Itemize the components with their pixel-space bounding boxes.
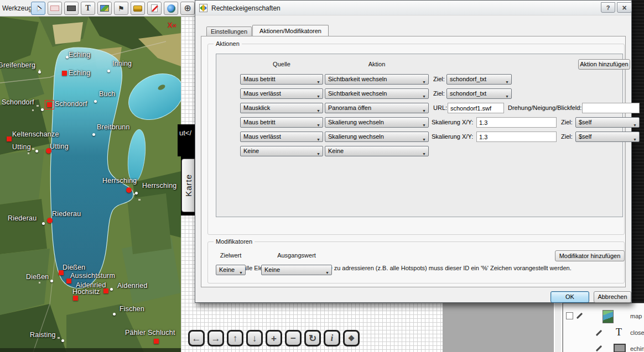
- map-label: Raisting: [30, 331, 56, 339]
- map-icon: [100, 5, 109, 12]
- pan-left-button[interactable]: ←: [188, 330, 205, 346]
- tree-row-echin[interactable]: echin: [563, 343, 644, 352]
- source-select[interactable]: Maus betritt: [240, 117, 323, 128]
- map-label: Herrsching: [102, 177, 137, 185]
- poi-dot-marker: [35, 150, 38, 153]
- poi-dot-marker: [42, 222, 45, 225]
- map-viewport[interactable]: EchingGreifenbergInningEchingBuchSchondo…: [0, 17, 181, 352]
- combo-value: Sichtbarkeit wechseln: [328, 76, 387, 82]
- close-button[interactable]: ×: [617, 2, 632, 13]
- fullscreen-button[interactable]: ❖: [343, 330, 360, 346]
- action-select[interactable]: Sichtbarkeit wechseln: [325, 74, 429, 85]
- hotspot-marker[interactable]: [73, 296, 78, 301]
- action-select[interactable]: Skalierung wechseln: [325, 132, 429, 142]
- source-select[interactable]: Maus verlässt: [240, 132, 323, 142]
- modifier-initial-select[interactable]: Keine: [261, 265, 332, 275]
- source-select[interactable]: Mausklick: [240, 103, 323, 113]
- hotspot-marker[interactable]: [7, 136, 12, 141]
- poi-dot-marker: [110, 288, 113, 291]
- select-tool-button[interactable]: ➤: [31, 2, 45, 15]
- rectangle-tool-button[interactable]: [48, 2, 62, 15]
- pan-tilt-fov-input[interactable]: [582, 103, 640, 113]
- dialog-title: Rechteckeigenschaften: [211, 4, 281, 12]
- web-tool-button[interactable]: [164, 2, 178, 15]
- scale-label: Skalierung X/Y:: [432, 133, 473, 140]
- pan-right-button[interactable]: →: [207, 330, 224, 346]
- action-select[interactable]: Sichtbarkeit wechseln: [325, 88, 429, 99]
- combo-value: schondorf_txt: [450, 90, 486, 97]
- text-icon: T: [85, 4, 90, 13]
- col-header-ausgangswert: Ausgangswert: [261, 252, 332, 259]
- map-tool-button[interactable]: [97, 2, 112, 15]
- map-label: Riederau: [8, 214, 37, 222]
- map-label: Utting: [12, 143, 31, 151]
- note-tool-button[interactable]: [147, 2, 162, 15]
- source-select[interactable]: Maus verlässt: [240, 88, 323, 99]
- map-label: Riederau: [52, 210, 81, 218]
- map-label: Eching: [69, 69, 90, 77]
- target-tool-button[interactable]: ⊕: [180, 2, 195, 15]
- tree-row-label: map ( 12: [630, 313, 644, 319]
- text-element-icon: T: [616, 327, 622, 338]
- sms-tool-button[interactable]: [131, 2, 145, 15]
- hotspot-marker[interactable]: [62, 71, 67, 76]
- action-select[interactable]: Panorama öffen: [325, 103, 429, 113]
- scale-input[interactable]: [476, 132, 557, 142]
- tree-row-close[interactable]: T close: [563, 327, 644, 341]
- target-select[interactable]: schondorf_txt: [446, 88, 512, 99]
- col-header-aktion: Aktion: [325, 61, 429, 67]
- target-select[interactable]: $self: [575, 132, 640, 142]
- hotspot-marker[interactable]: [47, 218, 53, 223]
- add-modifier-button[interactable]: Modifikator hinzufügen: [555, 250, 625, 261]
- poi-flag-tool-button[interactable]: ⚑: [114, 2, 128, 15]
- toolbar-label: Werkzeug:: [2, 4, 34, 12]
- edit-pencil-icon: [577, 313, 583, 319]
- tree-row-map[interactable]: map ( 12: [563, 310, 644, 324]
- url-input[interactable]: [448, 103, 504, 113]
- hotspot-marker[interactable]: [103, 288, 108, 293]
- map-label: Inning: [112, 60, 132, 67]
- map-label: Utting: [50, 143, 69, 150]
- combo-value: $self: [579, 133, 591, 140]
- tab-aktionen-modifikatoren[interactable]: Aktionen/Modifikatoren: [252, 25, 329, 36]
- add-action-button[interactable]: Aktion hinzufügen: [578, 59, 630, 70]
- text-overlay-box: ut</: [178, 124, 195, 156]
- target-select[interactable]: $self: [575, 117, 640, 128]
- map-label: Aidenried: [117, 282, 148, 290]
- action-row-3: Mausklick Panorama öffen URL: Drehung/Ne…: [216, 103, 624, 113]
- target-select[interactable]: schondorf_txt: [446, 74, 512, 85]
- tab-einstellungen[interactable]: Einstellungen: [206, 27, 252, 36]
- source-select[interactable]: Maus betritt: [240, 74, 323, 85]
- scale-label: Skalierung X/Y:: [432, 119, 473, 125]
- elements-tree-panel: map ( 12 T close echin: [563, 303, 644, 352]
- hotspot-marker[interactable]: [154, 339, 159, 344]
- hotspot-marker[interactable]: [126, 187, 132, 193]
- ok-button[interactable]: OK: [550, 291, 589, 303]
- action-select[interactable]: Keine: [325, 146, 429, 156]
- pan-down-button[interactable]: ↓: [246, 330, 263, 346]
- action-select[interactable]: Skalierung wechseln: [325, 117, 429, 128]
- checkbox[interactable]: [566, 312, 573, 319]
- dark-rectangle-icon: [67, 6, 76, 11]
- source-select[interactable]: Keine: [240, 146, 323, 156]
- scale-input[interactable]: [476, 117, 557, 128]
- map-label: Buch: [99, 90, 115, 98]
- modifier-target-select[interactable]: Keine: [216, 265, 246, 275]
- help-button[interactable]: ?: [601, 2, 615, 13]
- zoom-in-button[interactable]: +: [266, 330, 282, 346]
- info-button[interactable]: i: [324, 330, 340, 346]
- map-label: Dießen: [26, 273, 49, 281]
- zoom-out-button[interactable]: −: [285, 330, 302, 346]
- map-label: Hochsitz: [72, 288, 100, 296]
- text-tool-button[interactable]: T: [81, 2, 95, 15]
- cancel-button[interactable]: Abbrechen: [594, 291, 631, 303]
- ziel-label: Ziel:: [561, 119, 573, 125]
- dark-rectangle-tool-button[interactable]: [64, 2, 79, 15]
- combo-value: Maus betritt: [243, 119, 275, 125]
- close-x-marker[interactable]: X«: [168, 21, 176, 29]
- ziel-label: Ziel:: [433, 90, 445, 97]
- tab-karte[interactable]: Karte: [181, 159, 195, 212]
- pan-up-button[interactable]: ↑: [227, 330, 243, 346]
- reset-view-button[interactable]: ↻: [304, 330, 321, 346]
- dialog-titlebar[interactable]: Rechteckeigenschaften ? ×: [195, 1, 631, 15]
